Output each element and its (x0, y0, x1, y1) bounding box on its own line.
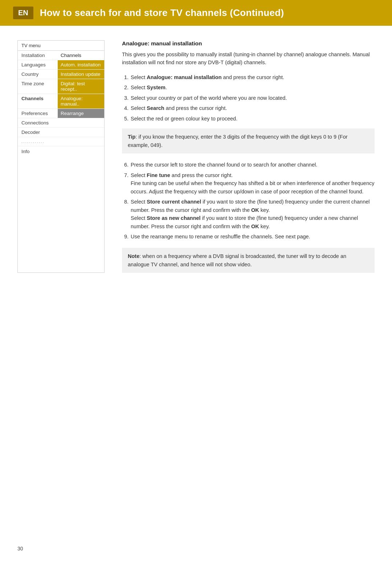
steps-list-2: 6. Press the cursor left to store the ch… (122, 161, 375, 241)
step-3-text: Select your country or part of the world… (131, 94, 287, 102)
steps-list: 1. Select Analogue: manual installation … (122, 73, 375, 123)
step-7-num: 7. (122, 171, 128, 196)
step-1-text: Select Analogue: manual installation and… (131, 73, 284, 81)
instructions-panel: Analogue: manual installation This gives… (122, 40, 375, 273)
main-content: TV menu Installation Channels Languages … (0, 40, 392, 273)
menu-left-decoder: Decoder (18, 128, 58, 137)
menu-right-installation-update: Installation update (58, 70, 104, 79)
note-label: Note (128, 253, 139, 259)
menu-right-digital: Digital: test recept.. (58, 79, 104, 94)
step-3-num: 3. (122, 94, 128, 102)
step-7: 7. Select Fine tune and press the cursor… (122, 171, 375, 196)
tv-menu: TV menu Installation Channels Languages … (17, 40, 105, 273)
menu-row-connections: Connections (18, 118, 104, 128)
menu-row-languages: Languages Autom. installation (18, 60, 104, 70)
header-banner: EN How to search for and store TV channe… (0, 0, 392, 26)
menu-row-country: Country Installation update (18, 70, 104, 79)
intro-text: This gives you the possibility to manual… (122, 50, 375, 67)
menu-right-autom: Autom. installation (58, 60, 104, 69)
menu-left-installation: Installation (18, 51, 58, 60)
menu-right-channels: Channels (58, 51, 104, 60)
menu-right-rearrange: Rearrange (58, 109, 104, 118)
note-text: : when on a frequency where a DVB signal… (128, 253, 346, 267)
tv-menu-title: TV menu (18, 41, 104, 51)
menu-row-preferences: Preferences Rearrange (18, 109, 104, 118)
menu-left-country: Country (18, 70, 58, 79)
step-8-num: 8. (122, 198, 128, 230)
note-box: Note: when on a frequency where a DVB si… (122, 248, 375, 273)
menu-left-languages: Languages (18, 60, 58, 69)
menu-left-preferences: Preferences (18, 109, 58, 118)
step-1-num: 1. (122, 73, 128, 81)
en-label: EN (13, 7, 33, 19)
step-4: 4. Select Search and press the cursor ri… (122, 104, 375, 112)
step-7-text: Select Fine tune and press the cursor ri… (131, 171, 375, 196)
step-6-num: 6. (122, 161, 128, 169)
menu-separator: ............ (18, 137, 104, 146)
step-9-num: 9. (122, 233, 128, 241)
page-title: How to search for and store TV channels … (40, 7, 284, 19)
step-2-num: 2. (122, 83, 128, 91)
menu-row-channels: Channels Analogue: manual.. (18, 94, 104, 109)
menu-left-timezone: Time zone (18, 79, 58, 94)
step-2-text: Select System. (131, 83, 167, 91)
step-9: 9. Use the rearrange menu to rename or r… (122, 233, 375, 241)
step-6: 6. Press the cursor left to store the ch… (122, 161, 375, 169)
step-3: 3. Select your country or part of the wo… (122, 94, 375, 102)
menu-left-connections: Connections (18, 118, 58, 127)
menu-left-channels: Channels (18, 94, 58, 108)
step-9-text: Use the rearrange menu to rename or resh… (131, 233, 310, 241)
step-6-text: Press the cursor left to store the chann… (131, 161, 317, 169)
menu-row-installation: Installation Channels (18, 51, 104, 60)
step-4-text: Select Search and press the cursor right… (131, 104, 227, 112)
step-4-num: 4. (122, 104, 128, 112)
menu-right-analogue: Analogue: manual.. (58, 94, 104, 108)
step-5: 5. Select the red or green colour key to… (122, 115, 375, 123)
menu-right-decoder-empty (58, 128, 104, 137)
tip-text: : if you know the frequency, enter the 3… (128, 134, 348, 148)
menu-info: Info (18, 146, 104, 157)
page-number: 30 (17, 546, 23, 551)
step-1: 1. Select Analogue: manual installation … (122, 73, 375, 81)
step-5-text: Select the red or green colour key to pr… (131, 115, 237, 123)
menu-row-decoder: Decoder (18, 128, 104, 137)
tip-label: Tip (128, 134, 135, 140)
step-2: 2. Select System. (122, 83, 375, 91)
tip-box: Tip: if you know the frequency, enter th… (122, 128, 375, 153)
menu-row-timezone: Time zone Digital: test recept.. (18, 79, 104, 94)
menu-right-connections-empty (58, 118, 104, 127)
step-8-text: Select Store current channel if you want… (131, 198, 375, 230)
section-heading: Analogue: manual installation (122, 40, 375, 47)
step-8: 8. Select Store current channel if you w… (122, 198, 375, 230)
step-5-num: 5. (122, 115, 128, 123)
